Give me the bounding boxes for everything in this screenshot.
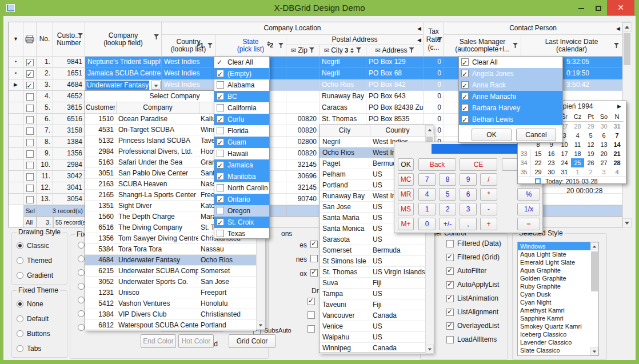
- checkbox-icon[interactable]: [310, 241, 318, 248]
- radio-icon[interactable]: [17, 345, 23, 352]
- city-country-list-item[interactable]: St Simons Isle US: [320, 256, 425, 267]
- style-list-item[interactable]: Cyan Night: [518, 298, 598, 306]
- last-invoice-date-column-header[interactable]: Last Invoice Date (calendar): [521, 35, 622, 57]
- calendar-day-cell[interactable]: 27: [597, 158, 610, 167]
- calendar-day-cell[interactable]: 15: [532, 149, 545, 158]
- row-checkbox-cell[interactable]: [23, 171, 37, 182]
- grid-color-button[interactable]: Grid Color: [229, 334, 275, 348]
- checkbox-icon[interactable]: [217, 127, 224, 134]
- fixed-theme-radio-option[interactable]: Tabs: [17, 345, 66, 353]
- scroll-down-button[interactable]: [256, 321, 265, 330]
- style-list-item[interactable]: Ruby Graphite: [518, 282, 598, 290]
- zip-cell[interactable]: [286, 68, 320, 79]
- filter-checkbox-option[interactable]: Filtered (Grid): [446, 253, 506, 261]
- scroll-up-button[interactable]: [425, 125, 434, 134]
- style-list-item[interactable]: Iceberg Classico: [518, 330, 598, 338]
- style-list-item[interactable]: Amethyst Kamri: [518, 306, 598, 314]
- drawing-style-radio-option[interactable]: Gradient: [17, 271, 66, 279]
- calculator-button[interactable]: +: [480, 218, 497, 230]
- checkbox-icon[interactable]: [217, 93, 224, 100]
- sales-manager-item[interactable]: Bethan Lewis: [459, 114, 562, 125]
- style-list-item[interactable]: Aqua Graphite: [518, 266, 598, 274]
- row-checkbox[interactable]: [26, 82, 34, 89]
- checkbox-icon[interactable]: [446, 336, 454, 343]
- calculator-button[interactable]: -: [480, 203, 497, 215]
- calendar-day-cell[interactable]: 3: [597, 167, 610, 177]
- radio-icon[interactable]: [17, 315, 23, 322]
- address-cell[interactable]: PO Box 82438 Zulu ...: [366, 102, 424, 114]
- zip-cell[interactable]: 30696: [286, 171, 320, 182]
- drawing-style-radio-option[interactable]: Classic: [17, 242, 66, 250]
- customer-number-cell[interactable]: 4652: [53, 91, 85, 102]
- checkbox-icon[interactable]: [217, 150, 224, 157]
- scrollbar-thumb[interactable]: [624, 33, 630, 65]
- calculator-button[interactable]: OK: [398, 158, 414, 171]
- filter-checkbox-option[interactable]: AutoApplyList: [446, 281, 506, 289]
- zip-column-header[interactable]: ✉ Zip: [286, 45, 320, 57]
- row-checkbox[interactable]: [26, 150, 34, 158]
- address-cell[interactable]: PO Box 643: [366, 91, 424, 102]
- checkbox-icon[interactable]: [446, 254, 454, 261]
- tax-rate-cell[interactable]: 0: [424, 79, 444, 91]
- company-list-item[interactable]: 3052 Underwater Sports Co. San Jose: [85, 277, 256, 287]
- radio-icon[interactable]: [78, 269, 85, 276]
- checkbox-fragment-row[interactable]: ox: [289, 269, 318, 283]
- checkbox-icon[interactable]: [446, 322, 454, 330]
- no-column-header[interactable]: No.: [37, 22, 53, 57]
- calculator-button[interactable]: 0: [418, 218, 436, 230]
- row-checkbox-cell[interactable]: [23, 102, 37, 114]
- calendar-day-cell[interactable]: 30: [545, 167, 558, 177]
- ok-button[interactable]: OK: [472, 129, 512, 141]
- state-pick-item[interactable]: St. Croix: [214, 217, 269, 228]
- row-checkbox-cell[interactable]: [23, 159, 37, 171]
- postal-address-group-header[interactable]: Postal Address ◀: [286, 35, 424, 45]
- calendar-day-cell[interactable]: 30: [597, 122, 610, 131]
- zip-cell[interactable]: 00820: [286, 114, 320, 125]
- city-country-list-item[interactable]: Tampa US: [320, 289, 425, 299]
- style-list-item[interactable]: Smokey Quartz Kamri: [518, 322, 598, 330]
- calendar-day-cell[interactable]: 12: [584, 140, 597, 149]
- city-popup-country-header[interactable]: Country: [370, 125, 425, 137]
- calculator-button[interactable]: 1/x: [517, 203, 540, 215]
- calculator-button[interactable]: =: [517, 218, 540, 230]
- checkbox-icon[interactable]: [461, 81, 469, 89]
- customer-number-cell[interactable]: 1384: [53, 137, 85, 148]
- customer-number-cell[interactable]: 3158: [53, 125, 85, 137]
- city-country-list-item[interactable]: Waipahu US: [320, 332, 425, 343]
- city-column-header[interactable]: ✉ City 3: [320, 45, 366, 57]
- scroll-down-button[interactable]: [590, 347, 598, 355]
- customer-number-column-header[interactable]: Custo... Number: [53, 22, 85, 57]
- row-checkbox[interactable]: [26, 59, 34, 66]
- sales-manager-item[interactable]: Barbara Harvey: [459, 102, 562, 114]
- calendar-next-month-icon[interactable]: ▶: [617, 101, 621, 112]
- state-pick-item[interactable]: Alabama: [214, 79, 269, 91]
- checkbox-icon[interactable]: [310, 269, 318, 277]
- city-country-list-item[interactable]: Suva Fiji: [320, 278, 425, 289]
- footer-sel-label[interactable]: Sel: [23, 205, 37, 217]
- checkbox-icon[interactable]: [307, 311, 315, 319]
- sales-manager-item[interactable]: Anne Mariachi: [459, 91, 562, 102]
- hot-color-button[interactable]: Hot Color: [178, 334, 214, 348]
- collapse-icon[interactable]: ◀: [417, 37, 421, 44]
- row-checkbox-cell[interactable]: [23, 194, 37, 205]
- calendar-day-cell[interactable]: 18: [571, 149, 584, 158]
- calculator-button[interactable]: 2: [439, 203, 456, 215]
- row-checkbox-cell[interactable]: [23, 68, 37, 79]
- radio-icon[interactable]: [17, 330, 23, 337]
- radio-icon[interactable]: [78, 324, 85, 331]
- style-list-item[interactable]: Lavender Classico: [518, 338, 598, 346]
- checkbox-icon[interactable]: [217, 70, 224, 77]
- calendar-day-cell[interactable]: 21: [610, 149, 624, 158]
- company-location-group-header[interactable]: Company Location ◀: [162, 22, 424, 35]
- zip-cell[interactable]: 90740: [286, 194, 320, 205]
- calculator-button[interactable]: MR: [398, 188, 414, 201]
- company-list-item[interactable]: 1384 VIP Divers Club Christiansted: [85, 309, 256, 320]
- zip-cell[interactable]: [286, 57, 320, 68]
- checkbox-icon[interactable]: [446, 240, 454, 247]
- city-country-list-item[interactable]: Venice US: [320, 321, 425, 332]
- filter-icon[interactable]: [278, 42, 283, 50]
- checkbox-icon[interactable]: [217, 218, 224, 226]
- calendar-day-cell[interactable]: 5: [584, 131, 597, 140]
- zip-cell[interactable]: [286, 79, 320, 91]
- style-list-item[interactable]: Emerald Light Slate: [518, 258, 598, 266]
